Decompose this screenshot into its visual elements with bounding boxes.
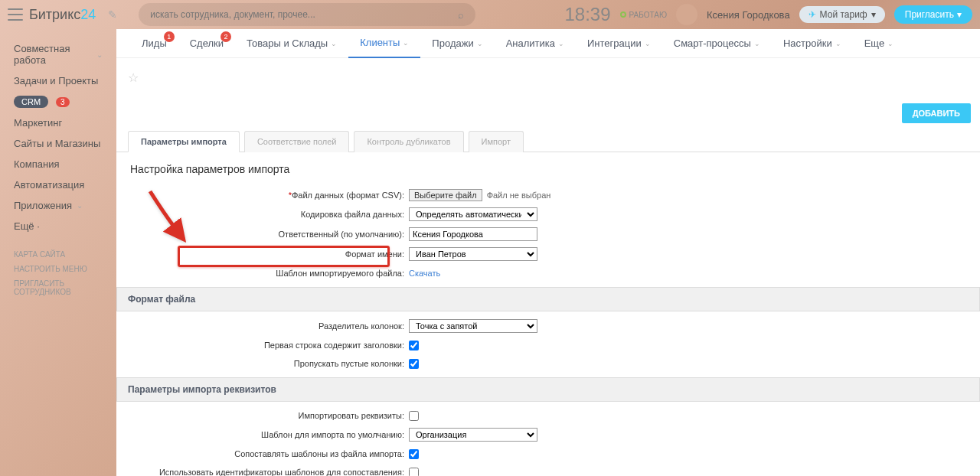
avatar[interactable] xyxy=(676,4,697,25)
sidebar-configure[interactable]: Настроить меню xyxy=(6,262,110,276)
import-req-checkbox[interactable] xyxy=(409,411,419,421)
chevron-down-icon: ⌄ xyxy=(835,40,841,47)
sidebar-sitemap[interactable]: Карта сайта xyxy=(6,247,110,262)
sidebar: Совместная работа ⌄ Задачи и Проекты CRM… xyxy=(0,29,116,476)
invite-button[interactable]: Пригласить ▾ xyxy=(894,5,972,24)
nav-deals[interactable]: Сделки2 xyxy=(178,29,235,58)
req-template-select[interactable]: Организация xyxy=(409,428,537,442)
file-label: *Файл данных (формат CSV): xyxy=(116,191,409,200)
sidebar-item-apps[interactable]: Приложения ⌄ xyxy=(6,195,110,216)
badge: 3 xyxy=(56,97,70,107)
use-ids-label: Использовать идентификаторы шаблонов для… xyxy=(116,468,409,476)
search-icon[interactable]: ⌕ xyxy=(458,9,464,21)
sidebar-item-company[interactable]: Компания xyxy=(6,154,110,174)
tab-params[interactable]: Параметры импорта xyxy=(128,131,240,152)
nav-more[interactable]: Еще⌄ xyxy=(853,29,905,58)
chevron-down-icon: ⌄ xyxy=(558,40,564,47)
star-icon[interactable]: ☆ xyxy=(128,70,139,85)
skip-empty-label: Пропускать пустые колонки: xyxy=(116,359,409,368)
tab-duplicates[interactable]: Контроль дубликатов xyxy=(354,131,463,152)
delimiter-select[interactable]: Точка с запятой xyxy=(409,319,537,333)
sidebar-item-automation[interactable]: Автоматизация xyxy=(6,174,110,195)
encoding-select[interactable]: Определять автоматически xyxy=(409,207,537,221)
choose-file-button[interactable]: Выберите файл xyxy=(409,189,482,201)
sidebar-item-more[interactable]: Ещё · xyxy=(6,216,110,236)
sidebar-item-crm[interactable]: CRM3 xyxy=(6,91,77,112)
file-status: Файл не выбран xyxy=(487,191,551,200)
status-dot-icon xyxy=(620,11,626,18)
import-req-label: Импортировать реквизиты: xyxy=(116,411,409,420)
name-format-label: Формат имени: xyxy=(116,249,409,259)
chevron-down-icon: ⌄ xyxy=(331,40,337,47)
chevron-down-icon: ⌄ xyxy=(403,39,409,47)
chevron-down-icon: ⌄ xyxy=(645,40,651,47)
chevron-down-icon: ⌄ xyxy=(477,40,483,47)
skip-empty-checkbox[interactable] xyxy=(409,359,419,369)
section-file-format: Формат файла xyxy=(116,287,980,311)
nav-smart[interactable]: Смарт-процессы⌄ xyxy=(662,29,772,58)
badge: 2 xyxy=(220,31,231,42)
search-box[interactable]: ⌕ xyxy=(139,3,475,26)
sidebar-item-marketing[interactable]: Маркетинг xyxy=(6,112,110,133)
chevron-down-icon: ⌄ xyxy=(77,201,83,210)
delimiter-label: Разделитель колонок: xyxy=(116,321,409,331)
section-requisites: Параметры импорта реквизитов xyxy=(116,377,980,402)
tab-import[interactable]: Импорт xyxy=(469,131,524,152)
name-format-select[interactable]: Иван Петров xyxy=(409,247,537,261)
edit-icon[interactable]: ✎ xyxy=(108,8,117,21)
sidebar-item-sites[interactable]: Сайты и Магазины xyxy=(6,133,110,154)
match-templates-checkbox[interactable] xyxy=(409,449,419,459)
badge: 1 xyxy=(164,31,175,42)
logo[interactable]: Битрикс24 xyxy=(29,7,96,23)
username[interactable]: Ксения Городкова xyxy=(707,9,790,21)
chevron-down-icon: ⌄ xyxy=(96,51,103,59)
sidebar-item-tasks[interactable]: Задачи и Проекты xyxy=(6,70,110,91)
main-content: Лиды1 Сделки2 Товары и Склады⌄ Клиенты⌄ … xyxy=(116,29,980,476)
nav-clients[interactable]: Клиенты⌄ xyxy=(348,29,420,58)
sidebar-item-collab[interactable]: Совместная работа ⌄ xyxy=(6,38,110,70)
import-tabs: Параметры импорта Соответствие полей Кон… xyxy=(116,130,980,152)
sidebar-invite[interactable]: Пригласить сотрудников xyxy=(6,276,110,299)
chevron-down-icon: ⌄ xyxy=(754,40,760,47)
search-input[interactable] xyxy=(150,9,458,20)
download-template-link[interactable]: Скачать xyxy=(409,269,440,278)
first-row-checkbox[interactable] xyxy=(409,341,419,350)
nav-integrations[interactable]: Интеграции⌄ xyxy=(576,29,662,58)
chevron-down-icon: ⌄ xyxy=(887,40,893,47)
req-template-label: Шаблон для импорта по умолчанию: xyxy=(116,430,409,439)
tab-mapping[interactable]: Соответствие полей xyxy=(244,131,350,152)
page-title: Настройка параметров импорта xyxy=(116,152,980,186)
add-button[interactable]: ДОБАВИТЬ xyxy=(902,103,971,123)
encoding-label: Кодировка файла данных: xyxy=(116,210,409,219)
nav-analytics[interactable]: Аналитика⌄ xyxy=(495,29,576,58)
top-nav: Лиды1 Сделки2 Товары и Склады⌄ Клиенты⌄ … xyxy=(116,29,980,58)
nav-settings[interactable]: Настройки⌄ xyxy=(772,29,853,58)
nav-products[interactable]: Товары и Склады⌄ xyxy=(235,29,348,58)
work-status[interactable]: РАБОТАЮ xyxy=(620,11,667,19)
clock: 18:39 xyxy=(564,4,610,25)
plane-icon: ✈ xyxy=(808,9,816,20)
responsible-input[interactable] xyxy=(409,227,537,241)
first-row-label: Первая строка содержит заголовки: xyxy=(116,341,409,350)
nav-leads[interactable]: Лиды1 xyxy=(130,29,178,58)
menu-icon[interactable] xyxy=(8,8,23,21)
nav-sales[interactable]: Продажи⌄ xyxy=(420,29,494,58)
template-label: Шаблон импортируемого файла: xyxy=(116,269,409,278)
match-templates-label: Сопоставлять шаблоны из файла импорта: xyxy=(116,449,409,458)
responsible-label: Ответственный (по умолчанию): xyxy=(116,230,409,239)
use-ids-checkbox[interactable] xyxy=(409,468,419,477)
plan-button[interactable]: ✈Мой тариф ▾ xyxy=(799,6,885,23)
